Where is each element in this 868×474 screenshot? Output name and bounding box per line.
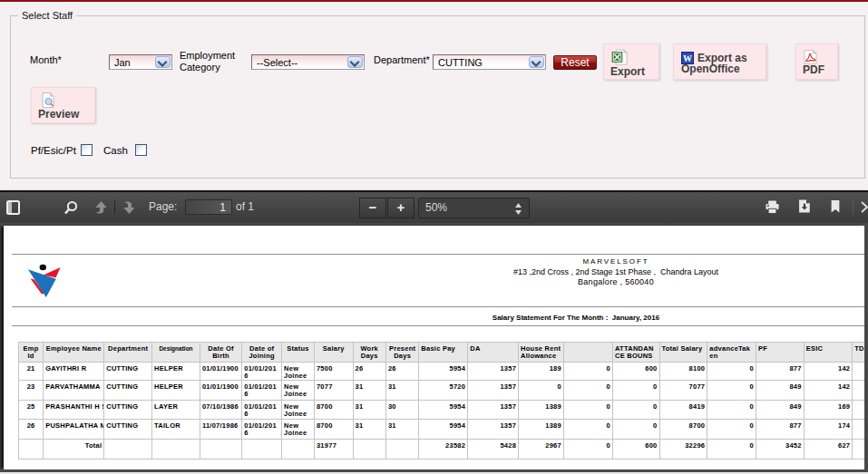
svg-text:W: W xyxy=(683,53,692,63)
